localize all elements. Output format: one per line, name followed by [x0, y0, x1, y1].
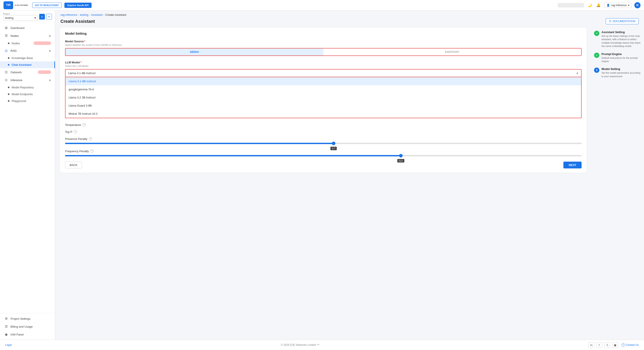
llm-dropdown-wrapper: Llama-3.1-8B-Instruct ∧ Llama-3.1-8B-Ins… [65, 69, 582, 118]
add-project-button[interactable]: + [46, 14, 52, 20]
presence-penalty-tooltip: 0.7 [330, 147, 337, 150]
sidebar-item-iam[interactable]: ◉ IAM Panel [0, 330, 55, 338]
llm-model-hint: Select the LLM Model [65, 65, 582, 67]
settings-icon: ⚙ [4, 317, 8, 321]
sidebar-item-nodes-sub[interactable]: Nodes [0, 40, 55, 47]
section-title: Model Setting [65, 32, 582, 35]
step-1-desc: Set up the basic settings of the chat as… [602, 35, 640, 48]
sidebar-item-knowledge-base[interactable]: Knowledge Base [0, 55, 55, 61]
llm-option-2[interactable]: google/gemma-7b-it [66, 85, 581, 93]
right-panel: ✓ Assistant Setting Set up the basic set… [592, 27, 644, 340]
sidebar-nav: ⊞ Dashboard ☰ Nodes ∧ Nodes [0, 22, 55, 313]
temperature-label: Temperature [65, 123, 81, 126]
page-title: Create Assistant [60, 19, 95, 24]
iam-icon: ◉ [4, 332, 8, 336]
contact-link[interactable]: ? Contact Us [622, 343, 639, 347]
twitter-icon[interactable]: 𝕏 [604, 342, 610, 348]
theme-toggle-icon[interactable]: 🌙 [586, 2, 593, 8]
facebook-icon[interactable]: f [596, 342, 602, 348]
llm-option-1[interactable]: Llama-3.1-8B-Instruct [66, 77, 581, 85]
step-assistant-setting: ✓ Assistant Setting Set up the basic set… [594, 31, 640, 48]
frequency-penalty-label: Frequency Penalty [65, 149, 89, 153]
inference-label: Inference [10, 79, 22, 82]
step-2-desc: Default instructions for the prompt engi… [602, 56, 640, 63]
temperature-help-icon[interactable]: ? [82, 123, 86, 126]
breadcrumb-testing[interactable]: testing [80, 13, 88, 17]
topnav: TIR AI PLATFORM GO TO MYACCOUNT Explore … [0, 0, 644, 11]
chat-assistant-label: Chat Assistant [12, 63, 32, 66]
back-button[interactable]: BACK [65, 162, 82, 168]
presence-penalty-help-icon[interactable]: ? [89, 137, 92, 140]
rag-sub-nav: Knowledge Base Chat Assistant [0, 55, 55, 68]
inference-sub-nav: Model Repository Model Endpoints Playgro… [0, 84, 55, 104]
next-button[interactable]: NEXT [564, 162, 582, 168]
presence-penalty-label: Presence Penalty [65, 137, 88, 140]
sidebar-item-chat-assistant[interactable]: Chat Assistant [0, 61, 55, 68]
dashboard-icon: ⊞ [4, 26, 8, 30]
source-genai-button[interactable]: GENAI [66, 49, 323, 56]
sidebar-item-playground[interactable]: Playground [0, 98, 55, 104]
presence-penalty-thumb[interactable] [332, 142, 335, 145]
logo-box: TIR [4, 1, 13, 9]
source-endpoint-button[interactable]: ENDPOINT [323, 49, 581, 56]
project-selector[interactable]: testing ▾ [3, 15, 38, 21]
explore-genai-button[interactable]: Explore GenAI API [64, 3, 92, 8]
rag-chevron-icon: ∧ [49, 49, 51, 52]
breadcrumb-rag-inference[interactable]: rag-inference [60, 13, 77, 17]
frequency-penalty-tooltip: 512 [397, 159, 404, 162]
llm-model-row: LLM Model Select the LLM Model Llama-3.1… [65, 61, 582, 118]
frequency-penalty-thumb[interactable] [399, 154, 402, 157]
nodes-sub-label: Nodes [12, 42, 20, 45]
legal-link[interactable]: Legal [5, 343, 12, 346]
footer-right: in f 𝕏 ▣ ? Contact Us [588, 342, 639, 348]
sidebar-item-datasets[interactable]: ⊡ Datasets [0, 68, 55, 76]
project-name: testing [5, 16, 13, 20]
linkedin-icon[interactable]: in [588, 342, 594, 348]
sidebar-collapse-button[interactable]: « [39, 14, 45, 20]
chevron-down-icon: ▾ [628, 4, 629, 7]
avatar[interactable]: N [634, 2, 640, 8]
model-source-toggle: GENAI ENDPOINT [65, 48, 582, 56]
notification-icon[interactable]: 🔔 [595, 2, 602, 8]
sidebar-item-dashboard[interactable]: ⊞ Dashboard [0, 24, 55, 32]
pg-dot-icon [8, 100, 10, 102]
step-1-icon: ✓ [594, 31, 599, 36]
sidebar-item-nodes[interactable]: ☰ Nodes ∧ [0, 32, 55, 40]
llm-option-3[interactable]: Llama 3.2 3B Instruct [66, 93, 581, 102]
step-1-title: Assistant Setting [602, 31, 640, 34]
llm-dropdown-trigger[interactable]: Llama-3.1-8B-Instruct ∧ [65, 69, 582, 77]
step-3-desc: Set the model parameters according to yo… [602, 71, 640, 78]
breadcrumb-assistant[interactable]: Assistant [91, 13, 103, 17]
model-source-row: Model Source Select whether the model is… [65, 40, 582, 56]
llm-option-4[interactable]: Llama Guard 3 8B [66, 102, 581, 110]
page-footer: Legal © 2025 E2E Networks Limited ™ in f… [0, 340, 644, 350]
rag-icon: ◎ [4, 49, 8, 53]
top-p-help-icon[interactable]: ? [74, 130, 77, 133]
help-icon: ? [622, 343, 625, 347]
model-source-hint: Select whether the model is from GENAI o… [65, 44, 582, 46]
page-header: Create Assistant ☰ DOCUMENTATION [55, 17, 644, 27]
mr-dot-icon [8, 87, 10, 88]
documentation-button[interactable]: ☰ DOCUMENTATION [606, 18, 639, 24]
sidebar-item-model-endpoints[interactable]: Model Endpoints [0, 91, 55, 98]
user-icon: 👤 [606, 4, 610, 7]
playground-label: Playground [12, 99, 26, 103]
sidebar-item-billing[interactable]: ☰ Billing and Usage [0, 323, 55, 330]
sidebar-item-project-settings[interactable]: ⚙ Project Settings [0, 315, 55, 323]
nodes-chevron-icon: ∧ [49, 34, 51, 38]
sidebar-item-inference[interactable]: ⊙ Inference ∧ [0, 76, 55, 84]
project-settings-label: Project Settings [10, 317, 30, 320]
project-label: Project [3, 13, 38, 15]
sidebar-item-rag[interactable]: ◎ RAG ∧ [0, 47, 55, 55]
step-2-icon: ✓ [594, 53, 599, 58]
sidebar: Project testing ▾ « + ⊞ Dashboard ☰ Node… [0, 11, 55, 340]
frequency-penalty-help-icon[interactable]: ? [90, 149, 94, 153]
step-3-icon: 3 [594, 68, 599, 73]
main-layout: Project testing ▾ « + ⊞ Dashboard ☰ Node… [0, 11, 644, 340]
user-badge[interactable]: 👤 rag-inference ▾ [604, 3, 632, 8]
rss-icon[interactable]: ▣ [612, 342, 618, 348]
myaccount-button[interactable]: GO TO MYACCOUNT [32, 3, 62, 8]
llm-option-5[interactable]: Mistral 7B Instruct v0.3 [66, 110, 581, 118]
sidebar-bottom: ⚙ Project Settings ☰ Billing and Usage ◉… [0, 313, 55, 340]
sidebar-item-model-repository[interactable]: Model Repository [0, 84, 55, 91]
